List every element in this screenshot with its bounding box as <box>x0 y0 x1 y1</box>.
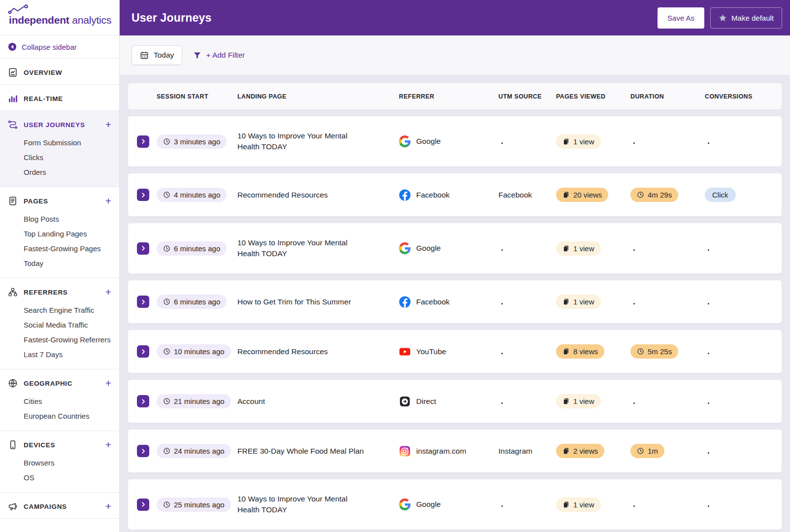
expand-row-button[interactable] <box>137 499 149 511</box>
table-row: 24 minutes ago FREE 30-Day Whole Food Me… <box>128 429 782 473</box>
add-user-journeys-button[interactable]: + <box>105 121 111 129</box>
conversions-cell-empty <box>705 137 782 146</box>
duration-badge: 4m 29s <box>630 188 678 202</box>
conversion-badge: Click <box>705 188 736 202</box>
utm-source-label: Facebook <box>498 191 532 199</box>
add-filter-button[interactable]: + Add Filter <box>193 51 245 60</box>
sidebar-item-form-submission[interactable]: Form Submission <box>24 135 111 150</box>
clock-icon <box>163 348 170 355</box>
session-start-badge: 24 minutes ago <box>157 444 231 458</box>
column-header-conversions: CONVERSIONS <box>705 93 782 100</box>
empty-dot <box>633 249 635 251</box>
landing-page-cell: How to Get Trim for This Summer <box>237 297 375 307</box>
sidebar-item-user-journeys[interactable]: USER JOURNEYS + <box>8 120 111 130</box>
add-campaigns-button[interactable]: + <box>105 502 111 510</box>
empty-dot <box>708 505 709 507</box>
views-icon <box>562 245 570 252</box>
referrer-cell: Google <box>399 135 498 147</box>
sidebar-item-os[interactable]: OS <box>24 470 111 485</box>
expand-row-button[interactable] <box>137 296 149 308</box>
sidebar-section-campaigns: CAMPAIGNS + <box>0 493 119 519</box>
table-row: 25 minutes ago 10 Ways to Improve Your M… <box>128 479 782 530</box>
expand-row-button[interactable] <box>137 445 149 457</box>
sidebar-item-search-engine-traffic[interactable]: Search Engine Traffic <box>24 303 111 318</box>
duration-cell-empty <box>630 397 705 406</box>
add-geographic-button[interactable]: + <box>105 379 111 387</box>
empty-dot <box>708 142 709 144</box>
session-start-cell: 21 minutes ago <box>157 394 237 408</box>
referrer-cell: Direct <box>399 396 498 407</box>
clock-icon <box>163 191 170 199</box>
referrer-label: Google <box>416 137 441 146</box>
column-header-referrer: REFERRER <box>399 93 498 100</box>
sidebar-item-overview[interactable]: OVERVIEW <box>8 67 111 77</box>
column-header-pages-viewed: PAGES VIEWED <box>556 93 630 100</box>
google-icon <box>399 499 411 510</box>
sidebar-item-browsers[interactable]: Browsers <box>24 456 111 470</box>
session-start-badge: 10 minutes ago <box>157 344 231 359</box>
session-start-cell: 25 minutes ago <box>157 498 237 512</box>
duration-cell-empty <box>630 298 705 306</box>
sidebar-section-label: CAMPAIGNS <box>24 503 67 510</box>
empty-dot <box>708 402 709 404</box>
empty-dot <box>708 452 709 454</box>
sidebar-item-social-media-traffic[interactable]: Social Media Traffic <box>24 318 111 332</box>
sidebar-item-geographic[interactable]: GEOGRAPHIC + <box>8 378 111 388</box>
sidebar-item-referrers[interactable]: REFERRERS + <box>8 287 111 297</box>
save-as-button[interactable]: Save As <box>658 7 704 29</box>
utm-source-cell-empty <box>498 137 556 146</box>
sidebar-item-devices[interactable]: DEVICES + <box>8 440 111 450</box>
session-start-badge: 6 minutes ago <box>157 241 227 256</box>
referrer-label: Google <box>416 500 441 509</box>
add-pages-button[interactable]: + <box>105 197 111 205</box>
sidebar-item-fastest-growing-pages[interactable]: Fastest-Growing Pages <box>24 241 111 256</box>
clock-icon <box>163 398 170 405</box>
date-range-button[interactable]: Today <box>132 45 182 65</box>
app-logo[interactable]: independent analytics <box>0 0 119 35</box>
journeys-table: SESSION STARTLANDING PAGEREFERRERUTM SOU… <box>120 75 790 532</box>
expand-row-button[interactable] <box>137 242 149 255</box>
pages-viewed-badge: 8 views <box>556 344 604 359</box>
pages-viewed-cell: 8 views <box>556 344 630 359</box>
sidebar-section-real-time: REAL-TIME <box>0 85 119 111</box>
sidebar-item-today[interactable]: Today <box>24 256 111 271</box>
landing-page-cell: Account <box>237 396 375 407</box>
sidebar-item-orders[interactable]: Orders <box>24 165 111 180</box>
add-referrers-button[interactable]: + <box>105 288 111 296</box>
utm-source-cell-empty <box>498 347 556 356</box>
sidebar-item-last-7-days[interactable]: Last 7 Days <box>24 347 111 362</box>
conversions-cell-empty <box>705 447 782 456</box>
sidebar-item-campaigns[interactable]: CAMPAIGNS + <box>8 501 111 511</box>
sidebar-item-real-time[interactable]: REAL-TIME <box>8 94 111 103</box>
sidebar-section-label: REFERRERS <box>24 289 68 296</box>
sidebar-item-fastest-growing-referrers[interactable]: Fastest-Growing Referrers <box>24 332 111 347</box>
make-default-button[interactable]: Make default <box>710 7 782 29</box>
collapse-sidebar-button[interactable]: Collapse sidebar <box>0 35 119 59</box>
sidebar-item-cities[interactable]: Cities <box>24 394 111 409</box>
add-devices-button[interactable]: + <box>105 441 111 449</box>
pages-viewed-badge: 1 view <box>556 134 601 149</box>
referrers-icon <box>8 287 18 297</box>
referrer-label: YouTube <box>416 347 446 356</box>
top-header: User Journeys Save As Make default <box>120 0 790 35</box>
empty-dot <box>633 142 635 144</box>
table-row: 6 minutes ago How to Get Trim for This S… <box>128 280 782 324</box>
expand-row-button[interactable] <box>137 189 149 201</box>
expand-row-button[interactable] <box>137 345 149 358</box>
sidebar-item-blog-posts[interactable]: Blog Posts <box>24 212 111 227</box>
sidebar-section-label: REAL-TIME <box>24 95 63 102</box>
sidebar-item-top-landing-pages[interactable]: Top Landing Pages <box>24 227 111 241</box>
sidebar-item-european-countries[interactable]: European Countries <box>24 409 111 424</box>
pages-viewed-badge: 1 view <box>556 295 601 309</box>
sidebar-nav: OVERVIEW REAL-TIME USER JOURNEYS + Form … <box>0 59 119 519</box>
expand-row-button[interactable] <box>137 135 149 148</box>
expand-row-button[interactable] <box>137 395 149 407</box>
column-header-session-start: SESSION START <box>157 93 237 100</box>
filter-funnel-icon <box>193 51 201 60</box>
sidebar-item-pages[interactable]: PAGES + <box>8 196 111 206</box>
add-filter-label: + Add Filter <box>206 51 245 60</box>
table-header-row: SESSION STARTLANDING PAGEREFERRERUTM SOU… <box>128 83 782 110</box>
sidebar-item-clicks[interactable]: Clicks <box>24 150 111 165</box>
clock-icon <box>163 501 170 508</box>
conversions-cell-empty <box>705 298 782 306</box>
